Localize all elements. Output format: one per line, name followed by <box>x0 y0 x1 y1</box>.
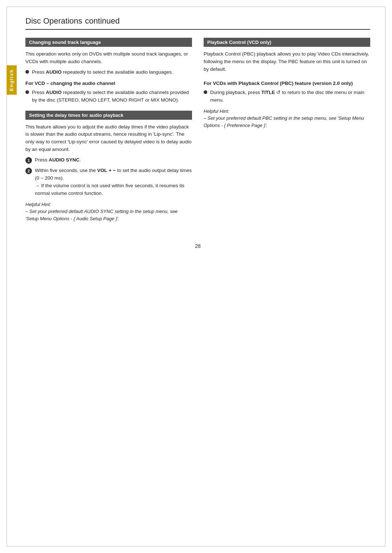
step-2-arrow: → If the volume control is not used with… <box>35 183 184 196</box>
bullet-audio-languages: Press AUDIO repeatedly to select the ava… <box>25 69 192 76</box>
section-changing-sound-track: Changing sound track language This opera… <box>25 38 192 104</box>
helpful-hint-label-left: Helpful Hint: <box>25 202 51 207</box>
sound-track-body: This operation works only on DVDs with m… <box>25 50 192 66</box>
section-body-delay: This feature allows you to adjust the au… <box>25 123 192 222</box>
vcd-subheading: For VCD – changing the audio channel <box>25 80 192 87</box>
section-header-sound-track: Changing sound track language <box>25 38 192 47</box>
section-body-vcd-pbc: For VCDs with Playback Control (PBC) fea… <box>204 80 370 129</box>
bullet-text-1: Press AUDIO repeatedly to select the ava… <box>32 69 173 76</box>
two-col-layout: Changing sound track language This opera… <box>25 38 370 229</box>
title-main: Disc Operations <box>25 16 82 25</box>
pbc-body: Playback Control (PBC) playback allows y… <box>204 50 370 73</box>
step-2-circle: 2 <box>25 168 32 174</box>
delay-body: This feature allows you to adjust the au… <box>25 123 192 154</box>
bold-title: TITLE <box>261 90 275 95</box>
section-body-sound-track: This operation works only on DVDs with m… <box>25 50 192 104</box>
step-1: 1 Press AUDIO SYNC. <box>25 156 192 164</box>
helpful-hint-left: Helpful Hint: – Set your preferred defau… <box>25 201 192 222</box>
bullet-dot-right-1 <box>204 90 207 94</box>
page-number: 28 <box>25 243 370 249</box>
section-delay-times: Setting the delay times for audio playba… <box>25 111 192 222</box>
helpful-hint-text-right: – Set your preferred default PBC setting… <box>204 115 364 128</box>
helpful-hint-right: Helpful Hint: – Set your preferred defau… <box>204 108 370 129</box>
bold-vol: VOL <box>97 168 107 173</box>
bold-audio-sync: AUDIO SYNC <box>49 157 79 163</box>
step-1-text: Press AUDIO SYNC. <box>35 156 81 164</box>
bullet-dot-1 <box>25 70 29 74</box>
bullet-text-title: During playback, press TITLE ↺ to return… <box>210 89 370 104</box>
main-content: Disc Operations continued Changing sound… <box>25 15 370 249</box>
section-header-pbc: Playback Control (VCD only) <box>204 38 370 47</box>
bullet-text-2: Press AUDIO repeatedly to select the ava… <box>32 89 192 104</box>
bold-audio-2: AUDIO <box>46 90 62 95</box>
bullet-title: During playback, press TITLE ↺ to return… <box>204 89 370 104</box>
bullet-dot-2 <box>25 90 29 94</box>
left-column: Changing sound track language This opera… <box>25 38 192 229</box>
helpful-hint-text-left: – Set your preferred default AUDIO SYNC … <box>25 209 177 221</box>
bold-vol-symbols: + − <box>109 168 116 173</box>
vcd-pbc-subheading: For VCDs with Playback Control (PBC) fea… <box>204 80 370 87</box>
bullet-audio-channels: Press AUDIO repeatedly to select the ava… <box>25 89 192 104</box>
section-body-pbc: Playback Control (PBC) playback allows y… <box>204 50 370 73</box>
helpful-hint-label-right: Helpful Hint: <box>204 108 229 114</box>
section-vcd-pbc: For VCDs with Playback Control (PBC) fea… <box>204 80 370 129</box>
step-1-circle: 1 <box>25 157 32 164</box>
language-tab: English <box>7 65 17 95</box>
step-2-text: Within five seconds, use the VOL + − to … <box>35 167 192 197</box>
right-column: Playback Control (VCD only) Playback Con… <box>204 38 370 229</box>
section-header-delay: Setting the delay times for audio playba… <box>25 111 192 120</box>
step-2: 2 Within five seconds, use the VOL + − t… <box>25 167 192 197</box>
section-playback-control: Playback Control (VCD only) Playback Con… <box>204 38 370 73</box>
title-continued: continued <box>85 16 119 25</box>
bold-audio-1: AUDIO <box>46 69 62 75</box>
page-title: Disc Operations continued <box>25 15 370 30</box>
